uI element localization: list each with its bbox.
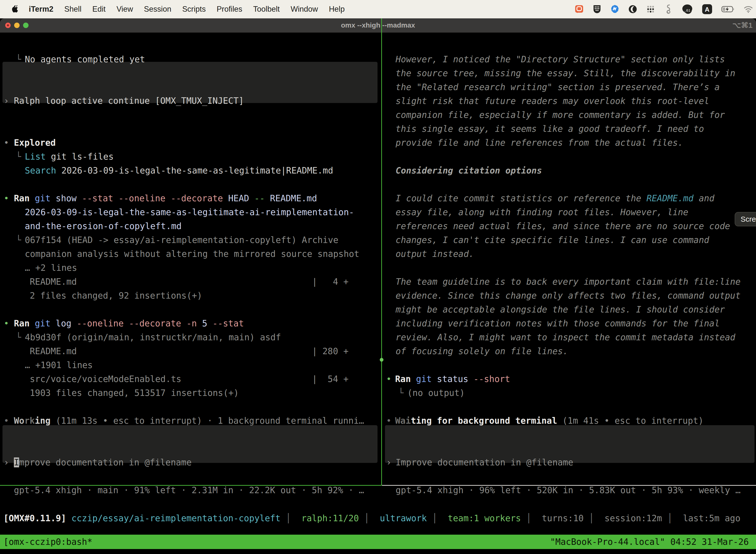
line-text: might be acceptable alongside the file l… bbox=[396, 304, 725, 315]
line-text: The team guideline is to back every impo… bbox=[396, 276, 741, 287]
line-text: Ran git status --short bbox=[395, 374, 510, 384]
line-text: slight risk that future readers may over… bbox=[396, 96, 709, 107]
line-text: I could cite commit statistics or refere… bbox=[396, 193, 714, 204]
menu-item-toolbelt[interactable]: Toolbelt bbox=[253, 5, 280, 14]
line-text: the "Related research writing" section i… bbox=[396, 82, 719, 93]
line-text: changes, I can't cite specific file line… bbox=[396, 234, 709, 245]
reasoning-text: However, I noticed the "Directory Struct… bbox=[0, 54, 756, 65]
line-text: … +2 lines bbox=[25, 262, 77, 273]
line-text: the source tree, missing the essay. Stil… bbox=[396, 68, 736, 79]
line-text: … +1901 lines bbox=[25, 359, 93, 371]
menu-item-profiles[interactable]: Profiles bbox=[216, 5, 242, 14]
line-text: List git ls-files bbox=[25, 151, 114, 162]
line-text: [OMX#0.11.9] cczip/essay/ai-reimplementa… bbox=[3, 513, 740, 524]
ran-git-status-line: •Ran git status --short bbox=[0, 374, 756, 384]
reasoning-text: essay file, along with finding root file… bbox=[0, 207, 756, 218]
wifi-icon[interactable] bbox=[744, 4, 753, 14]
reasoning-text: this single essay, it seems like a good … bbox=[0, 123, 756, 134]
elided-lines: … +1901 lines bbox=[0, 359, 756, 371]
line-text: provide file and line references from th… bbox=[396, 137, 683, 148]
menu-item-iterm2[interactable]: iTerm2 bbox=[29, 5, 53, 14]
crescent-circle-icon[interactable] bbox=[628, 4, 637, 14]
line-text: (no output) bbox=[407, 387, 465, 398]
menu-item-help[interactable]: Help bbox=[329, 5, 345, 14]
menu-item-view[interactable]: View bbox=[117, 5, 133, 14]
reasoning-text: review. Also, I might want to inspect th… bbox=[0, 332, 756, 343]
menu-status-icons: ..61 A bbox=[574, 0, 753, 18]
line-text: review. Also, I might want to inspect th… bbox=[396, 332, 736, 343]
macos-menu-bar: iTerm2 Shell Edit View Session Scripts P… bbox=[0, 0, 756, 18]
reasoning-text: changes, I can't cite specific file line… bbox=[0, 234, 756, 245]
terminal-content: └No agents completed yet›Ralph loop acti… bbox=[0, 18, 756, 554]
reasoning-text: slight risk that future readers may over… bbox=[0, 96, 756, 107]
apple-menu-icon[interactable] bbox=[11, 5, 19, 14]
reasoning-text: the "Related research writing" section i… bbox=[0, 82, 756, 93]
reasoning-text: including verification notes with those … bbox=[0, 318, 756, 329]
reasoning-heading: Considering citation options bbox=[0, 165, 756, 176]
line-text: essay file, along with finding root file… bbox=[396, 207, 688, 218]
line-text: However, I noticed the "Directory Struct… bbox=[396, 54, 725, 65]
menu-items: iTerm2 Shell Edit View Session Scripts P… bbox=[29, 5, 345, 14]
keypad-shield-icon[interactable] bbox=[592, 4, 602, 14]
menu-item-scripts[interactable]: Scripts bbox=[182, 5, 206, 14]
badge-61-icon[interactable]: ..61 bbox=[682, 4, 693, 14]
prompt-arrow-icon: › bbox=[386, 457, 391, 468]
bullet-icon: • bbox=[386, 415, 391, 426]
tmux-host-clock: "MacBook-Pro-44.local" 04:52 31-Mar-26 bbox=[0, 536, 756, 547]
menu-item-edit[interactable]: Edit bbox=[92, 5, 106, 14]
line-text: references need actual files, and since … bbox=[396, 221, 730, 232]
shield-check-icon[interactable] bbox=[610, 4, 620, 14]
screen-tooltip[interactable]: Scre bbox=[735, 212, 756, 226]
reasoning-text: the source tree, missing the essay. Stil… bbox=[0, 68, 756, 79]
line-text: of focusing solely on file lines. bbox=[396, 346, 568, 357]
line-text: companion file, especially if more comme… bbox=[396, 109, 725, 120]
line-text: gpt-5.4 xhigh · 96% left · 520K in · 5.8… bbox=[396, 485, 741, 496]
tree-connector-icon: └ bbox=[398, 387, 403, 398]
reasoning-text: provide file and line references from th… bbox=[0, 137, 756, 148]
line-text: output instead. bbox=[396, 248, 474, 259]
prompt-input-line[interactable]: ›Improve documentation in @filename bbox=[0, 457, 756, 468]
reasoning-text: evidence. Since this change only affects… bbox=[0, 290, 756, 301]
line-text: including verification notes with those … bbox=[396, 318, 719, 329]
line-text: Improve documentation in @filename bbox=[396, 457, 573, 468]
line-text: "MacBook-Pro-44.local" 04:52 31-Mar-26 bbox=[550, 536, 749, 547]
model-status-line: gpt-5.4 xhigh · 96% left · 520K in · 5.8… bbox=[0, 485, 756, 496]
letter-a-icon[interactable]: A bbox=[701, 4, 713, 14]
line-text: this single essay, it seems like a good … bbox=[396, 123, 704, 134]
reasoning-text: companion file, especially if more comme… bbox=[0, 109, 756, 120]
line-text: evidence. Since this change only affects… bbox=[396, 290, 741, 301]
menu-item-shell[interactable]: Shell bbox=[64, 5, 81, 14]
chat-bubble-icon[interactable] bbox=[574, 4, 584, 14]
line-text: Waiting for background terminal (1m 41s … bbox=[395, 415, 703, 426]
svg-text:A: A bbox=[705, 6, 710, 13]
explored-list-line: └List git ls-files bbox=[0, 151, 756, 162]
line-text: Considering citation options bbox=[396, 165, 542, 176]
svg-text:..61: ..61 bbox=[684, 8, 690, 12]
menu-item-window[interactable]: Window bbox=[291, 5, 318, 14]
reasoning-text: might be acceptable alongside the file l… bbox=[0, 304, 756, 315]
dots-grid-icon[interactable] bbox=[646, 4, 655, 14]
waiting-status-line: •Waiting for background terminal (1m 41s… bbox=[0, 415, 756, 426]
omx-status-line: [OMX#0.11.9] cczip/essay/ai-reimplementa… bbox=[0, 513, 756, 524]
reasoning-text: output instead. bbox=[0, 248, 756, 259]
tree-connector-icon: └ bbox=[16, 151, 21, 162]
command-output-line: └(no output) bbox=[0, 387, 756, 398]
battery-icon[interactable] bbox=[721, 4, 735, 14]
bullet-icon: • bbox=[386, 374, 391, 384]
reasoning-text: I could cite commit statistics or refere… bbox=[0, 193, 756, 204]
menu-item-session[interactable]: Session bbox=[144, 5, 171, 14]
reasoning-text: of focusing solely on file lines. bbox=[0, 346, 756, 357]
elided-lines: … +2 lines bbox=[0, 262, 756, 273]
squiggle-icon[interactable] bbox=[664, 4, 673, 14]
reasoning-text: The team guideline is to back every impo… bbox=[0, 276, 756, 287]
reasoning-text: references need actual files, and since … bbox=[0, 221, 756, 232]
